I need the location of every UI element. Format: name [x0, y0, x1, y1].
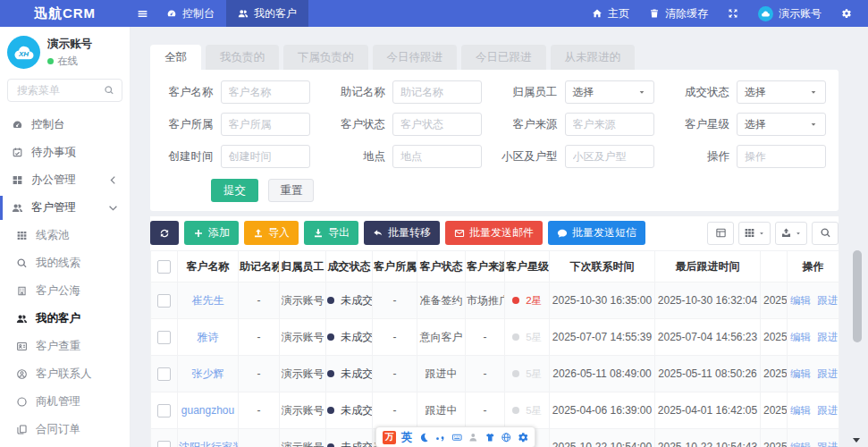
sogou-logo-icon[interactable]: 万: [383, 431, 396, 444]
toolbar-button[interactable]: 批量发送短信: [548, 221, 645, 245]
customer-name-link[interactable]: guangzhou: [181, 404, 234, 417]
scrollbar[interactable]: [852, 27, 863, 447]
scrollbar-thumb[interactable]: [853, 250, 862, 342]
sidebar-item[interactable]: 商机管理: [0, 388, 130, 416]
toolbar-button[interactable]: 导入: [244, 221, 299, 245]
edit-link[interactable]: 编辑: [790, 405, 811, 416]
filter-input[interactable]: [565, 113, 654, 136]
navbar-item[interactable]: 我的客户: [226, 0, 308, 27]
cog-icon: [841, 8, 852, 19]
deal-status-dot: [327, 333, 334, 341]
filter-select[interactable]: 选择: [737, 113, 826, 136]
user-avatar[interactable]: XH: [7, 36, 40, 69]
follow-up-link[interactable]: 跟进: [817, 332, 838, 342]
navbar-right-item[interactable]: [832, 0, 861, 27]
submit-button[interactable]: 提交: [211, 179, 258, 202]
filter-field-label: 客户星级: [685, 117, 729, 132]
sidebar-item[interactable]: 客户管理: [0, 194, 130, 222]
sidebar-item[interactable]: 控制台: [0, 111, 130, 139]
tab[interactable]: 下属负责的: [283, 45, 368, 70]
row-checkbox[interactable]: [157, 404, 171, 417]
menu-search-input[interactable]: [15, 83, 104, 97]
view-button[interactable]: [812, 222, 839, 245]
follow-up-link[interactable]: 跟进: [817, 295, 838, 306]
filter-select[interactable]: 选择: [565, 80, 654, 104]
person-icon[interactable]: [468, 432, 479, 443]
edit-link[interactable]: 编辑: [790, 368, 811, 379]
follow-up-link[interactable]: 跟进: [817, 368, 838, 379]
comma-icon[interactable]: [434, 432, 446, 443]
filter-input[interactable]: [221, 113, 310, 136]
filter-field-label: 客户名称: [169, 85, 214, 100]
row-checkbox[interactable]: [157, 331, 171, 344]
sidebar-item[interactable]: 待办事项: [0, 139, 130, 166]
tab[interactable]: 从未跟进的: [551, 45, 636, 70]
tab[interactable]: 今日待跟进: [373, 45, 458, 70]
filter-field: 地点: [323, 145, 495, 168]
scroll-down-arrow-icon[interactable]: [853, 438, 860, 443]
sidebar-item[interactable]: 客户公海: [0, 277, 130, 305]
row-checkbox[interactable]: [157, 441, 171, 447]
toolbar-button[interactable]: 批量转移: [364, 221, 440, 245]
filter-input[interactable]: [737, 145, 826, 168]
toolbar-button[interactable]: 导出: [304, 221, 358, 245]
cog-icon[interactable]: [518, 432, 529, 443]
customer-name-link[interactable]: 雅诗: [198, 331, 219, 343]
tab[interactable]: 今日已跟进: [461, 45, 546, 70]
sidebar-item[interactable]: 我的客户: [0, 305, 130, 333]
follow-up-link[interactable]: 跟进: [817, 405, 838, 416]
shirt-icon[interactable]: [485, 432, 496, 443]
navbar-right-item[interactable]: 清除缓存: [640, 0, 717, 27]
edit-link[interactable]: 编辑: [790, 332, 811, 342]
edit-link[interactable]: 编辑: [790, 442, 811, 447]
filter-field: 客户所属: [150, 113, 323, 136]
customer-name-link[interactable]: 崔先生: [192, 294, 224, 307]
filter-input[interactable]: [392, 113, 482, 136]
follow-up-link[interactable]: 跟进: [817, 442, 838, 447]
toolbar-button[interactable]: 添加: [184, 221, 239, 245]
filter-input[interactable]: [392, 145, 482, 168]
view-button[interactable]: [775, 222, 807, 245]
keyboard-icon[interactable]: [451, 432, 463, 443]
edit-link[interactable]: 编辑: [790, 295, 811, 306]
sidebar-item[interactable]: 客户查重: [0, 333, 130, 360]
globe-icon[interactable]: [501, 432, 512, 443]
reset-button[interactable]: 重置: [268, 179, 314, 202]
filter-select[interactable]: 选择: [737, 80, 826, 104]
menu-search-box: [7, 79, 122, 102]
filter-input[interactable]: [392, 80, 482, 104]
navbar-right-item[interactable]: 演示账号: [749, 0, 830, 27]
sidebar-item[interactable]: 合同订单: [0, 416, 130, 443]
table-row: 雅诗 - 演示账号 未成交 - 意向客户 - 5星: [151, 319, 839, 356]
customer-name-link[interactable]: 沈阳北行家装: [179, 441, 239, 447]
ime-language-toggle[interactable]: 英: [401, 430, 413, 445]
sidebar-toggle[interactable]: [130, 8, 155, 20]
sidebar-item[interactable]: 客户联系人: [0, 360, 130, 388]
tab[interactable]: 我负责的: [206, 45, 279, 70]
tab[interactable]: 全部: [150, 45, 201, 70]
main-content: 全部我负责的下属负责的今日待跟进今日已跟进从未跟进的 客户名称 助记名称: [130, 27, 868, 447]
navbar-left-menu: 控制台 我的客户: [155, 0, 308, 27]
filter-input[interactable]: [221, 145, 310, 168]
row-checkbox[interactable]: [157, 294, 171, 308]
select-all-checkbox[interactable]: [157, 260, 171, 274]
navbar-right-item[interactable]: [719, 0, 747, 27]
filter-actions: 提交 重置: [211, 179, 839, 202]
customer-name-link[interactable]: 张少辉: [192, 367, 224, 380]
view-button[interactable]: [707, 222, 734, 245]
navbar-right-menu: 主页 清除缓存 演示账号: [583, 0, 868, 27]
sidebar-item[interactable]: 我的线索: [0, 249, 130, 277]
sidebar-item[interactable]: 办公管理: [0, 166, 130, 194]
navbar-right-item[interactable]: 主页: [583, 0, 638, 27]
filter-input[interactable]: [221, 80, 310, 104]
filter-field: 归属员工 选择: [494, 80, 667, 104]
view-button[interactable]: [738, 222, 771, 245]
toolbar-button[interactable]: [150, 221, 179, 245]
toolbar-button[interactable]: 批量发送邮件: [445, 221, 543, 245]
moon-icon[interactable]: [418, 432, 430, 443]
row-checkbox[interactable]: [157, 367, 171, 381]
sidebar-item[interactable]: 线索池: [0, 222, 130, 249]
navbar-item[interactable]: 控制台: [155, 0, 226, 27]
filter-input[interactable]: [565, 145, 654, 168]
table-header-row: 客户名称 助记名称 归属员工 成交状态 客户所属 客户状态 客户来源 客户星级 …: [151, 251, 839, 283]
